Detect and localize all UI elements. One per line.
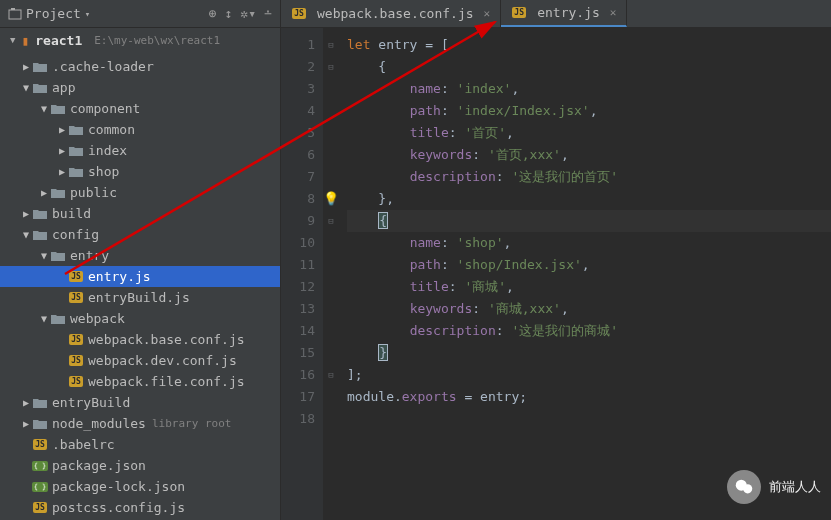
project-root-name[interactable]: react1 [35, 33, 82, 48]
tree-arrow-icon[interactable]: ▶ [20, 418, 32, 429]
gear-icon[interactable]: ✲▾ [241, 6, 257, 21]
line-gutter: 123456789101112131415161718 [281, 28, 323, 520]
svg-rect-0 [9, 10, 21, 19]
code-line[interactable]: title: '商城', [347, 276, 831, 298]
tree-file[interactable]: JSentryBuild.js [0, 287, 280, 308]
json-file-icon: { } [32, 479, 48, 495]
close-icon[interactable]: ✕ [484, 7, 491, 20]
tree-arrow-icon[interactable]: ▶ [38, 187, 50, 198]
tree-file[interactable]: { }package-lock.json [0, 476, 280, 497]
editor-tab[interactable]: JSwebpack.base.conf.js✕ [281, 0, 501, 27]
js-file-icon: JS [32, 500, 48, 516]
wechat-icon [727, 470, 761, 504]
code-line[interactable]: description: '这是我们的首页' [347, 166, 831, 188]
tree-folder[interactable]: ▼component [0, 98, 280, 119]
code-line[interactable]: { [347, 56, 831, 78]
tree-arrow-icon[interactable]: ▶ [20, 397, 32, 408]
js-file-icon: JS [291, 6, 307, 22]
code-line[interactable]: ]; [347, 364, 831, 386]
tree-file[interactable]: JSpostcss.config.js [0, 497, 280, 518]
js-file-icon: JS [511, 5, 527, 21]
tree-item-label: package.json [52, 458, 146, 473]
tab-label: entry.js [537, 5, 600, 20]
tree-item-label: config [52, 227, 99, 242]
folder-icon [32, 416, 48, 432]
js-file-icon: JS [68, 374, 84, 390]
tree-arrow-icon[interactable]: ▶ [56, 166, 68, 177]
tree-arrow-icon[interactable]: ▶ [56, 145, 68, 156]
target-icon[interactable]: ⊕ [209, 6, 217, 21]
tree-item-label: app [52, 80, 75, 95]
code-line[interactable]: title: '首页', [347, 122, 831, 144]
tree-arrow-icon[interactable]: ▶ [56, 124, 68, 135]
dropdown-icon[interactable]: ▾ [85, 9, 90, 19]
tree-item-label: webpack.file.conf.js [88, 374, 245, 389]
tree-file[interactable]: JSwebpack.base.conf.js [0, 329, 280, 350]
code-line[interactable] [347, 408, 831, 430]
tree-folder[interactable]: ▼webpack [0, 308, 280, 329]
code-line[interactable]: } [347, 342, 831, 364]
tree-item-label: build [52, 206, 91, 221]
collapse-icon[interactable]: ↕ [225, 6, 233, 21]
editor-tab[interactable]: JSentry.js✕ [501, 0, 627, 27]
folder-icon [32, 395, 48, 411]
tree-arrow-icon[interactable]: ▼ [38, 103, 50, 114]
code-line[interactable]: path: 'index/Index.jsx', [347, 100, 831, 122]
json-file-icon: { } [32, 458, 48, 474]
code-line[interactable]: module.exports = entry; [347, 386, 831, 408]
code-content[interactable]: let entry = [ { name: 'index', path: 'in… [339, 28, 831, 520]
tree-item-label: public [70, 185, 117, 200]
tree-arrow-icon[interactable]: ▼ [38, 313, 50, 324]
tree-folder[interactable]: ▼config [0, 224, 280, 245]
code-line[interactable]: let entry = [ [347, 34, 831, 56]
breadcrumb: ▼ ▮ react1 E:\my-web\wx\react1 [0, 28, 280, 52]
code-line[interactable]: keywords: '首页,xxx', [347, 144, 831, 166]
folder-icon [50, 311, 66, 327]
folder-icon [50, 248, 66, 264]
code-line[interactable]: name: 'shop', [347, 232, 831, 254]
folder-icon [32, 59, 48, 75]
tree-file[interactable]: JS.babelrc [0, 434, 280, 455]
tree-item-label: webpack.dev.conf.js [88, 353, 237, 368]
chevron-down-icon[interactable]: ▼ [10, 35, 15, 45]
tree-item-label: index [88, 143, 127, 158]
tree-file[interactable]: { }package.json [0, 455, 280, 476]
tree-arrow-icon[interactable]: ▶ [20, 208, 32, 219]
tree-folder[interactable]: ▶public [0, 182, 280, 203]
tree-item-label: entry.js [88, 269, 151, 284]
tree-arrow-icon[interactable]: ▼ [38, 250, 50, 261]
tree-file[interactable]: JSwebpack.dev.conf.js [0, 350, 280, 371]
tree-arrow-icon[interactable]: ▼ [20, 82, 32, 93]
tree-file[interactable]: JSentry.js [0, 266, 280, 287]
code-line[interactable]: path: 'shop/Index.jsx', [347, 254, 831, 276]
close-icon[interactable]: ✕ [610, 6, 617, 19]
tree-folder[interactable]: ▶build [0, 203, 280, 224]
tree-folder[interactable]: ▶entryBuild [0, 392, 280, 413]
svg-rect-1 [11, 8, 15, 10]
tree-item-label: common [88, 122, 135, 137]
tree-item-label: webpack [70, 311, 125, 326]
watermark-text: 前端人人 [769, 478, 821, 496]
folder-icon [32, 80, 48, 96]
folder-icon [68, 143, 84, 159]
tree-folder[interactable]: ▶common [0, 119, 280, 140]
tree-item-label: .babelrc [52, 437, 115, 452]
tree-arrow-icon[interactable]: ▶ [20, 61, 32, 72]
tree-file[interactable]: JSwebpack.file.conf.js [0, 371, 280, 392]
code-line[interactable]: }, [347, 188, 831, 210]
code-line[interactable]: { [347, 210, 831, 232]
editor-pane: JSwebpack.base.conf.js✕JSentry.js✕ 12345… [281, 0, 831, 520]
tree-folder[interactable]: ▶.cache-loader [0, 56, 280, 77]
tree-folder[interactable]: ▶index [0, 140, 280, 161]
tree-arrow-icon[interactable]: ▼ [20, 229, 32, 240]
hide-icon[interactable]: ∸ [264, 6, 272, 21]
tab-label: webpack.base.conf.js [317, 6, 474, 21]
tree-folder[interactable]: ▼app [0, 77, 280, 98]
code-line[interactable]: description: '这是我们的商城' [347, 320, 831, 342]
tree-folder[interactable]: ▶shop [0, 161, 280, 182]
tree-item-label: component [70, 101, 140, 116]
tree-folder[interactable]: ▼entry [0, 245, 280, 266]
code-line[interactable]: keywords: '商城,xxx', [347, 298, 831, 320]
code-line[interactable]: name: 'index', [347, 78, 831, 100]
tree-folder[interactable]: ▶node_moduleslibrary root [0, 413, 280, 434]
